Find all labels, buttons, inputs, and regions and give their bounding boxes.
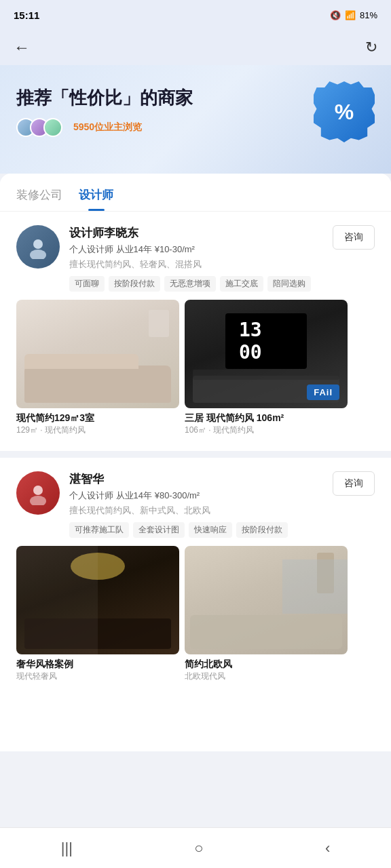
tab-designer[interactable]: 设计师: [79, 187, 113, 211]
photo-sub-1-2: 106㎡ · 现代简约风: [185, 425, 348, 436]
photo-item-2-2: 简约北欧风 北欧现代风: [185, 546, 348, 690]
designer-info-2: 湛智华 个人设计师 从业14年 ¥80-300/m² 擅长现代简约风、新中式风、…: [16, 471, 333, 538]
tag-2-3: 快速响应: [189, 522, 232, 538]
home-icon: ○: [194, 840, 203, 857]
tag-1-5: 陪同选购: [267, 276, 311, 292]
nav-menu-button[interactable]: |||: [48, 834, 86, 863]
designer-style-2: 擅长现代简约风、新中式风、北欧风: [69, 505, 333, 517]
bottom-spacer: [0, 697, 391, 751]
card-header-1: 设计师李晓东 个人设计师 从业14年 ¥10-30/m² 擅长现代简约风、轻奢风…: [16, 225, 375, 292]
fai-badge: FAiI: [307, 384, 339, 400]
bottom-nav: ||| ○ ‹: [0, 827, 391, 868]
hero-title: 推荐「性价比」的商家: [16, 85, 220, 110]
wifi-icon: 📶: [345, 10, 356, 20]
card-header-2: 湛智华 个人设计师 从业14年 ¥80-300/m² 擅长现代简约风、新中式风、…: [16, 471, 375, 538]
designer-meta-2: 个人设计师 从业14年 ¥80-300/m²: [69, 490, 333, 502]
discount-badge: %: [314, 81, 375, 142]
nav-back-button[interactable]: ‹: [312, 834, 343, 863]
tab-renovation-company[interactable]: 装修公司: [16, 187, 62, 211]
designer-meta-1: 个人设计师 从业14年 ¥10-30/m²: [69, 243, 333, 256]
designer-avatar-1: [16, 225, 60, 269]
tabs: 装修公司 设计师: [0, 174, 391, 212]
card-separator-1: [0, 451, 391, 458]
viewer-count: 5950位业主浏览: [73, 121, 142, 134]
photo-item-2-1: 奢华风格案例 现代轻奢风: [16, 546, 179, 690]
consult-button-1[interactable]: 咨询: [333, 225, 375, 250]
designer-details-1: 设计师李晓东 个人设计师 从业14年 ¥10-30/m² 擅长现代简约风、轻奢风…: [69, 225, 333, 292]
photo-img-1-1: [16, 300, 179, 408]
badge-percent: %: [335, 100, 354, 125]
photo-gallery-2: 奢华风格案例 现代轻奢风 简约北欧风 北欧现代风: [16, 546, 375, 690]
tag-2-4: 按阶段付款: [236, 522, 288, 538]
consult-button-2[interactable]: 咨询: [333, 471, 375, 496]
photo-gallery-1: 现代简约129㎡3室 129㎡ · 现代简约风 13 00 FAiI 三居 现代…: [16, 300, 375, 444]
photo-img-1-2: 13 00 FAiI: [185, 300, 348, 408]
designer-avatar-2: [16, 471, 60, 515]
designer-name-1: 设计师李晓东: [69, 225, 333, 241]
svg-point-0: [33, 239, 43, 249]
svg-point-2: [33, 486, 43, 495]
back-button[interactable]: ←: [14, 38, 30, 57]
photo-img-2-1: [16, 546, 179, 654]
status-bar: 15:11 🔇 📶 81%: [0, 0, 391, 30]
avatar-placeholder-2: [16, 471, 60, 515]
photo-sub-1-1: 129㎡ · 现代简约风: [16, 425, 179, 436]
tag-2-2: 全套设计图: [133, 522, 185, 538]
hero-avatars: [16, 118, 57, 137]
photo-caption-2-1: 奢华风格案例: [16, 658, 179, 671]
tag-1-3: 无恶意增项: [164, 276, 216, 292]
designer-style-1: 擅长现代简约风、轻奢风、混搭风: [69, 258, 333, 271]
badge-shape: %: [314, 81, 375, 142]
menu-icon: |||: [61, 840, 73, 857]
status-time: 15:11: [14, 9, 39, 21]
mute-icon: 🔇: [330, 10, 341, 20]
clock-display: 13 00: [225, 313, 307, 369]
nav-home-button[interactable]: ○: [181, 834, 217, 863]
designer-name-2: 湛智华: [69, 471, 333, 487]
main-content: 装修公司 设计师 设计师李晓东 个人设计师 从业14年 ¥1: [0, 174, 391, 751]
tag-2-1: 可推荐施工队: [69, 522, 129, 538]
photo-img-2-2: [185, 546, 348, 654]
photo-caption-2-2: 简约北欧风: [185, 658, 348, 671]
designer-card-2: 湛智华 个人设计师 从业14年 ¥80-300/m² 擅长现代简约风、新中式风、…: [0, 458, 391, 690]
status-icons: 🔇 📶 81%: [330, 10, 377, 20]
designer-tags-1: 可面聊 按阶段付款 无恶意增项 施工交底 陪同选购: [69, 276, 333, 292]
designer-details-2: 湛智华 个人设计师 从业14年 ¥80-300/m² 擅长现代简约风、新中式风、…: [69, 471, 333, 538]
nav-bar: ← ↻: [0, 30, 391, 65]
photo-sub-2-1: 现代轻奢风: [16, 671, 179, 682]
tag-1-2: 按阶段付款: [109, 276, 160, 292]
svg-point-1: [30, 250, 46, 259]
svg-point-3: [30, 496, 46, 505]
avatar-placeholder-1: [16, 225, 60, 269]
designer-card-1: 设计师李晓东 个人设计师 从业14年 ¥10-30/m² 擅长现代简约风、轻奢风…: [0, 212, 391, 444]
photo-item-1-1: 现代简约129㎡3室 129㎡ · 现代简约风: [16, 300, 179, 444]
photo-item-1-2: 13 00 FAiI 三居 现代简约风 106m² 106㎡ · 现代简约风: [185, 300, 348, 444]
hero-banner: 推荐「性价比」的商家 5950位业主浏览 %: [0, 65, 391, 174]
designer-info-1: 设计师李晓东 个人设计师 从业14年 ¥10-30/m² 擅长现代简约风、轻奢风…: [16, 225, 333, 292]
photo-caption-1-1: 现代简约129㎡3室: [16, 412, 179, 425]
tag-1-1: 可面聊: [69, 276, 105, 292]
refresh-button[interactable]: ↻: [365, 39, 377, 56]
tag-1-4: 施工交底: [220, 276, 263, 292]
back-nav-icon: ‹: [325, 840, 330, 857]
avatar-3: [43, 118, 62, 137]
photo-sub-2-2: 北欧现代风: [185, 671, 348, 682]
photo-caption-1-2: 三居 现代简约风 106m²: [185, 412, 348, 425]
designer-tags-2: 可推荐施工队 全套设计图 快速响应 按阶段付款: [69, 522, 333, 538]
battery-text: 81%: [360, 10, 377, 20]
